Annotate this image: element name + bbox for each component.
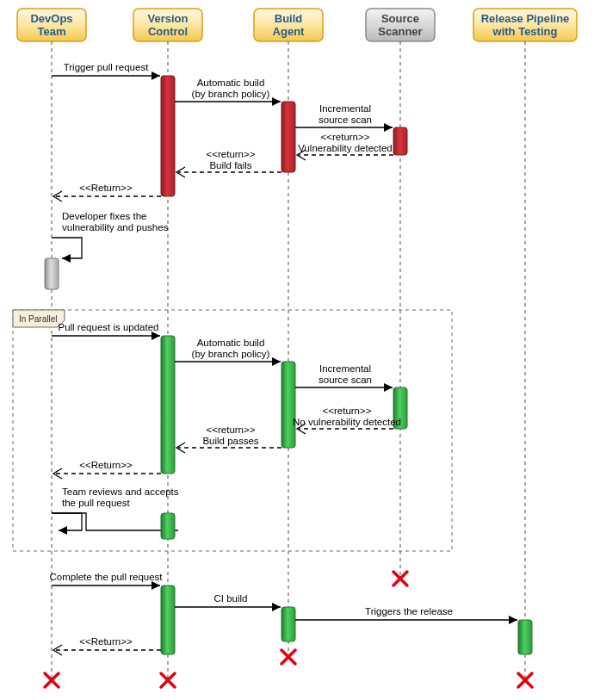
message-label: <<return>> [207, 424, 256, 435]
activation-bar [161, 336, 175, 474]
message-label: <<Return>> [79, 183, 133, 193]
message-label: Pull request is updated [59, 322, 159, 332]
participant-label: Agent [273, 25, 306, 38]
message-label: <<Return>> [79, 460, 133, 470]
participant-label: DevOps [30, 12, 72, 25]
participant-build: Build Agent [254, 9, 323, 41]
arrowhead-icon [272, 357, 281, 366]
participant-label: Scanner [378, 25, 422, 38]
message-label: Complete the pull request [49, 572, 163, 582]
sequence-diagram: DevOps Team Version Control Build Agent … [0, 0, 600, 700]
arrowhead-icon [62, 254, 71, 263]
participant-label: Team [38, 25, 66, 38]
participant-scanner: Source Scanner [366, 9, 435, 41]
participant-vcs: Version Control [133, 9, 202, 41]
arrowhead-icon [384, 123, 393, 132]
arrowhead-icon [152, 581, 160, 590]
message-label: <<return>> [207, 149, 256, 159]
activation-bar [161, 585, 175, 654]
message-label: <<Return>> [79, 636, 133, 647]
message-label: Developer fixes the [62, 211, 146, 221]
arrowhead-icon [152, 71, 160, 80]
message-label: <<return>> [323, 406, 372, 416]
arrowhead-icon [272, 603, 281, 611]
message-label: <<return>> [321, 132, 370, 142]
message-label: source scan [319, 375, 372, 385]
message-label: Build fails [209, 160, 251, 170]
message-label: source scan [319, 115, 372, 125]
arrowhead-icon [152, 331, 160, 340]
activation-bar [45, 258, 59, 289]
message-label: Automatic build [197, 338, 265, 348]
activation-bar [518, 620, 532, 654]
participant-label: Release Pipeline [481, 12, 570, 25]
arrowhead-icon [509, 616, 517, 624]
self-arrow [52, 238, 82, 258]
message-label: (by branch policy) [192, 349, 270, 359]
message-label: Team reviews and accepts [62, 486, 179, 497]
activation-bar [161, 513, 175, 539]
activation-bar [161, 76, 175, 196]
message-label: Trigger pull request [64, 62, 149, 72]
self-arrow [52, 513, 178, 530]
message-label: Incremental [319, 103, 371, 114]
activation-bar [281, 362, 295, 448]
arrowhead-icon [384, 383, 393, 392]
fragment-label: In Parallel [19, 314, 57, 324]
arrowhead-icon [59, 526, 67, 535]
participant-release: Release Pipeline with Testing [473, 9, 577, 41]
participant-label: Source [381, 12, 419, 25]
message-label: Incremental [319, 363, 371, 374]
participant-devops: DevOps Team [17, 9, 86, 41]
message-label: Vulnerability detected [298, 143, 393, 153]
participant-label: with Testing [492, 25, 558, 38]
activation-bar [281, 102, 295, 172]
message-label: vulnerability and pushes [62, 222, 169, 232]
message-label: Triggers the release [365, 606, 453, 616]
message-label: Build passes [202, 436, 258, 446]
message-label: No vulnerability detected [293, 417, 401, 427]
activation-bar [281, 607, 295, 641]
participant-label: Build [275, 12, 303, 25]
activation-bar [393, 127, 407, 155]
participant-label: Control [148, 25, 188, 38]
message-label: Automatic build [197, 77, 265, 88]
terminate-icon [281, 650, 295, 664]
message-label: the pull request [62, 498, 130, 508]
arrowhead-icon [272, 97, 281, 106]
message-label: (by branch policy) [192, 89, 270, 99]
message-label: CI build [214, 593, 248, 604]
participant-label: Version [148, 12, 189, 25]
